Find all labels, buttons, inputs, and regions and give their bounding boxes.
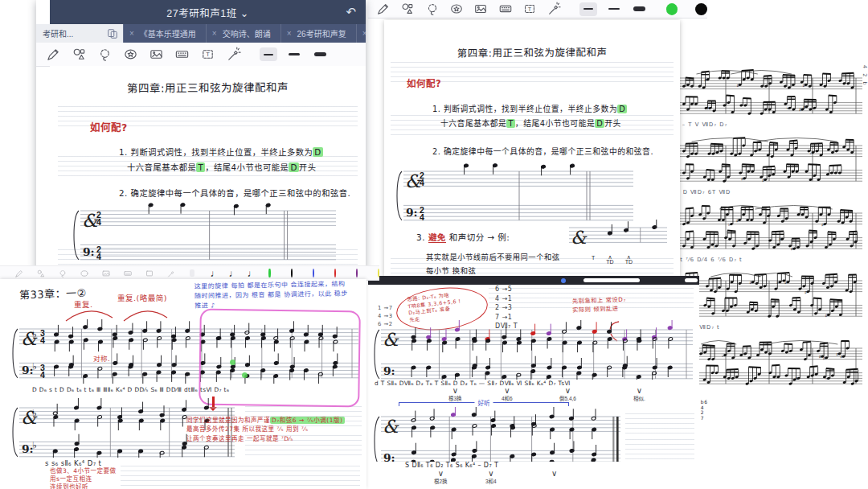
tab-label[interactable]: 交响诗、朗诵 (223, 27, 280, 39)
close-icon[interactable]: × (207, 29, 223, 38)
stray-note-glyph: ♩ (228, 268, 238, 279)
blue-indicator-dot (561, 278, 566, 283)
note-item-3: 3. 避免 和声切分 → 例: (416, 231, 510, 243)
marker-pen-icon[interactable] (46, 47, 61, 62)
svg-text:&: & (383, 417, 399, 437)
svg-text:4: 4 (40, 335, 45, 345)
image-icon[interactable] (473, 2, 488, 17)
text-box-icon[interactable]: T (200, 47, 215, 62)
marker-pen-icon[interactable] (376, 2, 391, 17)
note-item-1b: 十六音尾基本都是T，结尾4小节也可能是D开头 (440, 117, 621, 129)
undo-icon[interactable]: ↶ (346, 5, 356, 19)
chord-analysis-row-2: s s₆ sⅡ₆ K₆⁴ D₇ t (45, 459, 101, 467)
stroke-medium-button[interactable] (285, 47, 303, 61)
red-analysis-note: 同学们这里就是因为和声严谨D₇和弦6 → ⁷⁄₅小调(1版) 最高音多外传27集… (186, 416, 362, 443)
stroke-medium-button[interactable] (605, 2, 623, 16)
grand-staff-melody: &9:2424 (394, 162, 635, 228)
palette-blue[interactable] (313, 269, 314, 277)
analysis-page-ch33[interactable]: 第33章：一② 重复. 重复.(略最简) 这里的旋律 每拍 都是在乐句中 会连接… (0, 279, 366, 489)
green-pen-color[interactable] (666, 3, 678, 15)
svg-text:♭: ♭ (32, 408, 37, 419)
background-tabs: ×《基本乐理通用 ×交响诗、朗诵 ×26考研和声复 × (123, 24, 366, 43)
palette-yellow[interactable] (378, 269, 379, 277)
lasso-icon[interactable] (97, 47, 113, 62)
svg-text:T: T (206, 51, 210, 58)
palette-purple[interactable] (356, 269, 358, 277)
shape-tool-icon[interactable] (400, 2, 415, 17)
close-icon[interactable]: × (124, 29, 140, 38)
analysis-page-middle[interactable]: 思路: D₂-T₆ 为啥 T响8集 3,3,6+5,6 ! D₂马上到T₆ 准备… (368, 285, 699, 489)
laser-pointer-icon[interactable] (547, 2, 561, 17)
palette-black[interactable] (291, 269, 293, 277)
palette-red[interactable] (334, 269, 336, 277)
chord-analysis-row-1: D D₆ s t D D₆ t₆ t t₆ Ⅲ ⅢⅡ₆ K₆⁴ D DD⁄₅ S… (32, 386, 362, 393)
lasso-icon[interactable] (425, 2, 440, 17)
keyboard-icon[interactable] (498, 2, 513, 17)
window-bottom-bar (368, 276, 699, 285)
svg-text:&: & (571, 228, 588, 248)
tab-active[interactable]: 考研和... (36, 24, 102, 43)
check-annotation: ∨根2换 (434, 470, 448, 485)
svg-text:&: & (383, 330, 399, 350)
stroke-thick-button[interactable] (311, 47, 329, 61)
image-icon[interactable] (149, 47, 164, 62)
stroke-thin-button[interactable] (260, 47, 277, 61)
note-item-2: 2. 确定旋律中每一个具体的音，是哪个正三和弦中的和弦音. (119, 187, 350, 199)
notebook-title[interactable]: 27考研和声1班 ⌄ (166, 5, 248, 20)
laser-pointer-icon[interactable] (226, 47, 241, 62)
check-annotation: ∨相似. (633, 387, 645, 402)
tab-item[interactable]: × (356, 24, 366, 43)
svg-text:9:: 9: (406, 206, 418, 219)
notes-page-left[interactable]: 第四章:用正三和弦为旋律配和声 如何配? 1. 判断调式调性，找到半终止位置，半… (50, 66, 366, 272)
repeat-annotation-1: 重复. (74, 298, 93, 310)
pen-toolbar: T (36, 43, 366, 67)
tool-pill[interactable] (190, 269, 194, 277)
svg-text:9:: 9: (383, 451, 395, 462)
window-titlebar[interactable]: 27考研和声1班 ⌄ ↶ (50, 0, 366, 24)
check-annotation: ∨3和4 (485, 470, 497, 485)
palette-green[interactable] (268, 269, 270, 277)
shape-tool-icon[interactable] (72, 47, 87, 62)
svg-text:♭: ♭ (786, 105, 788, 110)
grand-staff-analysis-1: &9: (371, 320, 694, 380)
highlight-D: D (289, 162, 298, 172)
tab-bar: 考研和... ×《基本乐理通用 ×交响诗、朗诵 ×26考研和声复 × (36, 24, 366, 43)
highlight-T: T (506, 119, 514, 128)
highlight-D: D (617, 105, 627, 113)
chord-analysis-rowB: S DⅡ₆ T₆ D₂ T₆ S₆ K₆⁴ – D₇ T (405, 462, 498, 469)
chapter-title: 第四章:用正三和弦为旋律配和声 (384, 43, 680, 61)
svg-text:4: 4 (40, 370, 45, 380)
tab-label[interactable]: 《基本乐理通用 (140, 27, 206, 39)
scrollbar-pill[interactable] (685, 278, 698, 282)
pages-icon (107, 28, 118, 39)
harmony-marks: T ∧TD ∧TD (592, 255, 633, 265)
stroke-thin-button[interactable] (579, 2, 597, 16)
tab-label[interactable]: 26考研和声复 (297, 27, 356, 39)
avoid-word: 避免 (428, 232, 446, 243)
close-icon[interactable]: × (357, 29, 366, 38)
tab-item[interactable]: ×交响诗、朗诵 (206, 24, 280, 43)
keyboard-icon[interactable] (174, 47, 190, 62)
close-icon[interactable]: × (281, 29, 297, 38)
highlight-D: D (595, 119, 604, 128)
svg-text:♭: ♭ (722, 353, 723, 358)
chapter-title: 第四章:用正三和弦为旋律配和声 (50, 78, 366, 97)
svg-text:4: 4 (96, 252, 101, 261)
note3-line1: 其实就是小节线前后不要用同一个和弦 (426, 251, 560, 262)
sticker-icon[interactable] (449, 2, 464, 17)
grand-staff-analysis-2: &9: (371, 407, 622, 462)
tab-item[interactable]: ×26考研和声复 (280, 24, 356, 43)
notes-page-middle[interactable]: 第四章:用正三和弦为旋律配和声 如何配? 1. 判断调式调性，找到半终止位置，半… (384, 20, 680, 276)
black-pen-color[interactable] (695, 3, 707, 15)
stray-note-glyph: ♩ (247, 268, 256, 279)
scrollbar-pill[interactable] (583, 278, 640, 282)
note-item-1: 1. 判断调式调性，找到半终止位置，半终止多数为D (119, 146, 323, 158)
sticker-icon[interactable] (123, 47, 138, 62)
tab-item[interactable]: ×《基本乐理通用 (123, 24, 206, 43)
text-box-icon[interactable]: T (522, 2, 537, 17)
highlight-D: D (313, 147, 322, 157)
stroke-thick-button[interactable] (631, 2, 649, 16)
svg-text:♭: ♭ (728, 222, 730, 227)
new-page-icon[interactable] (102, 24, 123, 43)
figured-bass-stack: b6 4 2 7 (701, 400, 708, 421)
